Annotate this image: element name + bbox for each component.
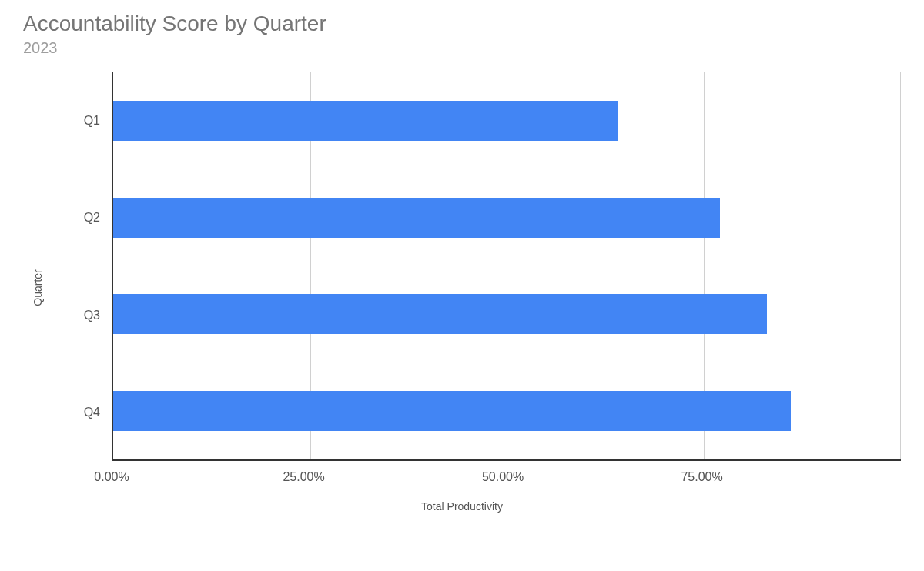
- y-tick: Q4: [84, 406, 100, 419]
- x-axis-ticks: 0.00% 25.00% 50.00% 75.00%: [112, 470, 901, 484]
- bar-q4: [113, 391, 791, 431]
- bar-row-q1: [113, 101, 901, 141]
- y-tick: Q3: [84, 309, 100, 322]
- plot-wrapper: Quarter Q1 Q2 Q3 Q4: [23, 72, 901, 503]
- y-axis-ticks: Q1 Q2 Q3 Q4: [23, 72, 112, 461]
- x-tick: 0.00%: [94, 470, 129, 484]
- x-axis-label: Total Productivity: [421, 500, 503, 513]
- chart-container: Accountability Score by Quarter 2023 Qua…: [0, 0, 924, 571]
- y-tick: Q2: [84, 211, 100, 225]
- bar-row-q4: [113, 391, 901, 431]
- y-axis-label: Quarter: [32, 269, 44, 306]
- chart-title: Accountability Score by Quarter: [23, 12, 901, 36]
- bar-row-q2: [113, 198, 901, 238]
- x-tick: 75.00%: [681, 470, 722, 484]
- bar-q1: [113, 101, 618, 141]
- bar-row-q3: [113, 294, 901, 334]
- bar-q2: [113, 198, 720, 238]
- chart-subtitle: 2023: [23, 39, 901, 57]
- plot-area: [112, 72, 901, 461]
- x-tick: 50.00%: [482, 470, 524, 484]
- x-tick: 25.00%: [283, 470, 324, 484]
- y-tick: Q1: [84, 114, 100, 128]
- bar-q3: [113, 294, 767, 334]
- bars-group: [113, 72, 901, 459]
